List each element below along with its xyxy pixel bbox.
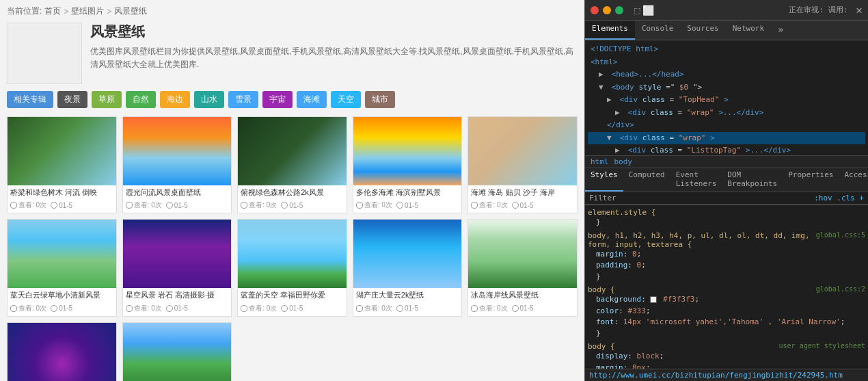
tag-related[interactable]: 相关专辑 [7, 91, 53, 108]
tree-text: =" [666, 83, 675, 92]
styles-tab-computed[interactable]: Computed [623, 168, 670, 192]
tree-line[interactable]: ▶ <div class = "ListtopTag" >...</div> [588, 144, 865, 155]
list-item[interactable]: 星空风景 岩石 高清摄影·摄 查看: 0次 01-5 [122, 219, 232, 316]
styles-tab-dom[interactable]: DOM Breakpoints [722, 168, 783, 192]
date: 01-5 [396, 202, 418, 209]
clock-icon [51, 305, 57, 312]
view-count: 查看: 0次 [10, 200, 46, 210]
page-description: 优美图库风景壁纸栏目为你提供风景壁纸,风景桌面壁纸,手机风景壁纸,高清风景壁纸大… [90, 45, 578, 71]
tag-universe[interactable]: 宇宙 [262, 91, 293, 108]
tab-more[interactable]: » [771, 21, 790, 40]
image-meta: 查看: 0次 01-5 [8, 199, 116, 213]
tree-line[interactable]: ▼ <div class = "wrap" > [588, 132, 865, 145]
image-meta: 查看: 0次 01-5 [238, 199, 347, 213]
tree-line[interactable]: </div> [588, 119, 865, 132]
list-item[interactable]: 桥梁和绿色树木 河流 倒映 查看: 0次 01-5 [7, 116, 117, 213]
eye-icon [126, 305, 133, 312]
list-item[interactable]: 海滩 海岛 贴贝 沙子 海岸 查看: 0次 01-5 [467, 116, 578, 213]
tree-line[interactable]: ▼ <body style =" $0 "> [588, 81, 865, 94]
tab-sources[interactable]: Sources [680, 21, 725, 40]
image-thumbnail [468, 117, 577, 185]
image-thumbnail [468, 220, 577, 288]
image-caption: 海滩 海岛 贴贝 沙子 海岸 [468, 185, 577, 199]
devtools-status: 正在审视: 调用: [789, 5, 847, 15]
tag-seaside[interactable]: 海边 [160, 91, 190, 108]
tag-night[interactable]: 夜景 [57, 91, 87, 108]
minimize-icon[interactable] [603, 6, 611, 14]
styles-tab-styles[interactable]: Styles [585, 168, 623, 192]
tab-console[interactable]: Console [635, 21, 680, 40]
breadcrumb-parent[interactable]: 壁纸图片 [71, 5, 104, 17]
devtools-panel: ⬚ ⬜ 正在审视: 调用: ✕ Elements Console Sources… [584, 0, 868, 381]
image-meta: 查看: 0次 01-5 [468, 199, 577, 213]
list-item[interactable]: 俯视绿色森林公路2k风景 查看: 0次 01-5 [237, 116, 347, 213]
date: 01-5 [166, 304, 188, 312]
tree-line[interactable]: <!DOCTYPE html> [588, 43, 865, 56]
style-prop: background: #f3f3f3; [588, 294, 865, 306]
style-rule: body, h1, h2, h3, h4, p, ul, dl, ol, dt,… [588, 231, 865, 283]
breadcrumb-sep1: > [64, 7, 68, 16]
image-meta: 查看: 0次 01-5 [238, 302, 347, 316]
mobile-icon[interactable]: ⬜ [642, 5, 654, 16]
devtools-toolbar: ⬚ ⬜ 正在审视: 调用: ✕ [585, 0, 868, 21]
list-item[interactable]: 桂林阳朔漓江山水风景壁纸 查看: 0次 01-4 [7, 322, 117, 381]
toolbar-icons [591, 6, 623, 14]
tree-line[interactable]: <html> [588, 56, 865, 69]
status-label: 正在审视: 调用: [789, 5, 847, 14]
tag-nature[interactable]: 自然 [126, 91, 156, 108]
tag-snow[interactable]: 雪景 [228, 91, 258, 108]
maximize-icon[interactable] [615, 6, 623, 14]
tree-line[interactable]: ▶ <div class = "TopHead" > [588, 94, 865, 107]
cursor-icon[interactable]: ⬚ [634, 5, 640, 16]
tree-line[interactable]: ▶ <div class = "wrap" >...</div> [588, 107, 865, 120]
list-item[interactable]: 湖产庄大量云2k壁纸 查看: 0次 01-5 [353, 219, 463, 316]
list-item[interactable]: 霞光问流风景桌面壁纸 查看: 0次 01-5 [122, 116, 232, 213]
list-item[interactable]: 美丽的绿野风光壁纸 查看: 0次 01-4 [122, 322, 232, 381]
toolbar-actions: ⬚ ⬜ [634, 5, 654, 16]
close-icon[interactable] [591, 6, 599, 14]
tags-container: 相关专辑 夜景 草原 自然 海边 山水 雪景 宇宙 海滩 天空 城市 [7, 91, 578, 108]
image-thumbnail [8, 117, 116, 185]
html-tree[interactable]: <!DOCTYPE html> <html> ▶ <head>...</head… [585, 40, 868, 155]
page-thumbnail [7, 23, 82, 84]
list-item[interactable]: 多伦多海滩 海滨别墅风景 查看: 0次 01-5 [353, 116, 463, 213]
rule-source: user agent stylesheet [779, 342, 865, 351]
tag-landscape[interactable]: 山水 [194, 91, 224, 108]
devtools-close-icon[interactable]: ✕ [856, 3, 863, 16]
tag-sky[interactable]: 天空 [331, 91, 361, 108]
style-prop: font: 14px 'microsoft yahei','Tahoma' , … [588, 317, 865, 328]
devtools-main: <!DOCTYPE html> <html> ▶ <head>...</head… [585, 40, 868, 369]
styles-panel[interactable]: element.style { } body, h1, h2, h3, h4, … [585, 205, 868, 369]
image-thumbnail [123, 220, 232, 288]
list-item[interactable]: 冰岛海岸线风景壁纸 查看: 0次 01-5 [467, 219, 578, 316]
hov-cls-button[interactable]: :hov .cls + [814, 194, 864, 202]
tree-attr: class [642, 95, 665, 104]
style-prop: margin: 0; [588, 249, 865, 261]
eye-icon [126, 202, 133, 209]
styles-tab-props[interactable]: Properties [783, 168, 839, 192]
style-prop: color: #333; [588, 306, 865, 317]
styles-tab-event[interactable]: Event Listeners [670, 168, 722, 192]
list-item[interactable]: 蓝盖的天空 幸福田野你爱 查看: 0次 01-5 [237, 219, 347, 316]
breadcrumb-home[interactable]: 首页 [44, 5, 61, 17]
image-caption: 星空风景 岩石 高清摄影·摄 [123, 288, 232, 302]
image-thumbnail [8, 323, 116, 381]
rule-source: global.css:5 [816, 231, 865, 249]
html-tab[interactable]: html [591, 157, 609, 166]
styles-tab-a11y[interactable]: Accessibility [839, 168, 868, 192]
image-thumbnail [238, 220, 347, 288]
tag-beach[interactable]: 海滩 [297, 91, 327, 108]
tag-city[interactable]: 城市 [365, 91, 395, 108]
tab-network[interactable]: Network [726, 21, 771, 40]
tag-grassland[interactable]: 草原 [92, 91, 122, 108]
tree-line[interactable]: ▶ <head>...</head> [588, 68, 865, 81]
clock-icon [396, 202, 403, 209]
image-meta: 查看: 0次 01-5 [123, 199, 232, 213]
style-prop: display: block; [588, 351, 865, 363]
image-caption: 冰岛海岸线风景壁纸 [468, 288, 577, 302]
tab-elements[interactable]: Elements [585, 21, 635, 40]
clock-icon [512, 305, 519, 312]
body-tab[interactable]: body [614, 157, 633, 166]
date: 01-5 [51, 202, 72, 209]
list-item[interactable]: 蓝天白云绿草地小清新风景 查看: 0次 01-5 [7, 219, 117, 316]
